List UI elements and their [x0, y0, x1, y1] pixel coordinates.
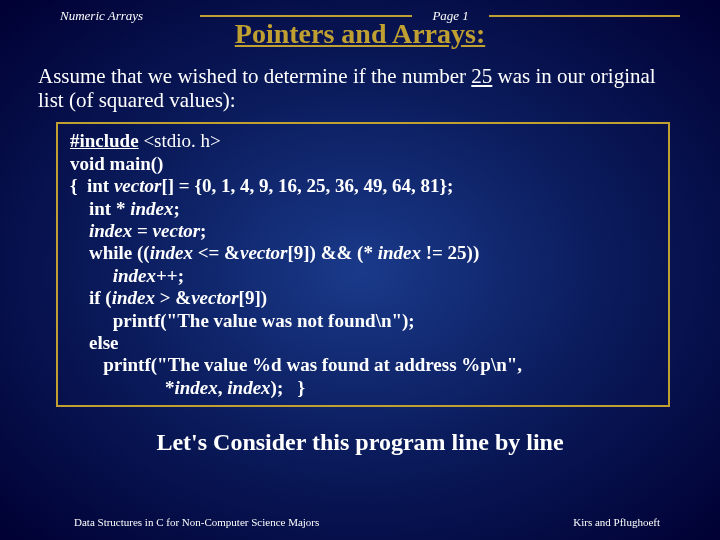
code-line-9: printf("The value was not found\n");	[70, 310, 656, 332]
code-line-5: index = vector;	[70, 220, 656, 242]
code-line-3: { int vector[] = {0, 1, 4, 9, 16, 25, 36…	[70, 175, 656, 197]
slide-subtitle: Let's Consider this program line by line	[0, 429, 720, 456]
header-rule-right	[489, 15, 680, 17]
footer: Data Structures in C for Non-Computer Sc…	[0, 516, 720, 528]
header-rule-left	[200, 15, 412, 17]
footer-left: Data Structures in C for Non-Computer Sc…	[74, 516, 319, 528]
footer-right: Kirs and Pflughoeft	[573, 516, 660, 528]
intro-text: Assume that we wished to determine if th…	[0, 64, 720, 122]
code-line-8: if (index > &vector[9])	[70, 287, 656, 309]
code-box: #include <stdio. h> void main() { int ve…	[56, 122, 670, 407]
code-line-7: index++;	[70, 265, 656, 287]
code-line-10: else	[70, 332, 656, 354]
code-line-6: while ((index <= &vector[9]) && (* index…	[70, 242, 656, 264]
intro-number: 25	[471, 64, 492, 88]
code-line-12: *index, index); }	[70, 377, 656, 399]
header-left-label: Numeric Arrays	[60, 8, 200, 24]
intro-before: Assume that we wished to determine if th…	[38, 64, 471, 88]
code-line-11: printf("The value %d was found at addres…	[70, 354, 656, 376]
code-line-2: void main()	[70, 153, 656, 175]
code-line-4: int * index;	[70, 198, 656, 220]
code-line-1: #include <stdio. h>	[70, 130, 656, 152]
